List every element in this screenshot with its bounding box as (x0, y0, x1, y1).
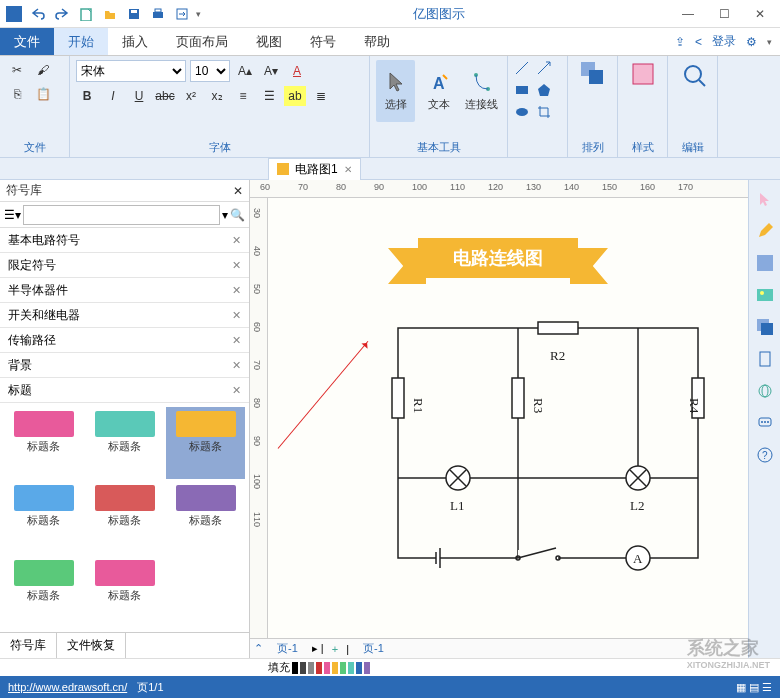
tool-text[interactable]: A 文本 (419, 60, 458, 122)
library-menu-icon[interactable]: ☰▾ (4, 208, 21, 222)
shape-item[interactable]: 标题条 (4, 481, 83, 553)
color-swatch[interactable] (300, 662, 306, 674)
shape-item[interactable]: 标题条 (166, 407, 245, 479)
style-icon[interactable] (629, 60, 657, 88)
circuit-diagram[interactable] (388, 318, 708, 578)
footer-tab-library[interactable]: 符号库 (0, 633, 57, 658)
category-item[interactable]: 背景✕ (0, 353, 249, 378)
settings-icon[interactable]: ⚙ (746, 35, 757, 49)
subscript-button[interactable]: x₂ (206, 86, 228, 106)
bold-button[interactable]: B (76, 86, 98, 106)
rb-fill-icon[interactable] (754, 252, 776, 274)
new-button[interactable] (76, 4, 96, 24)
format-painter-button[interactable]: 🖌 (32, 60, 54, 80)
rb-image-icon[interactable] (754, 284, 776, 306)
category-item[interactable]: 基本电路符号✕ (0, 228, 249, 253)
rb-help-icon[interactable]: ? (754, 444, 776, 466)
pentagon-shape-icon[interactable] (536, 82, 554, 100)
rb-page-icon[interactable] (754, 348, 776, 370)
ellipse-shape-icon[interactable] (514, 104, 532, 122)
italic-button[interactable]: I (102, 86, 124, 106)
line-spacing-button[interactable]: ≡ (232, 86, 254, 106)
shape-item[interactable]: 标题条 (4, 407, 83, 479)
footer-tab-recover[interactable]: 文件恢复 (57, 633, 126, 658)
rb-pencil-icon[interactable] (754, 220, 776, 242)
color-swatch[interactable] (364, 662, 370, 674)
page-tab[interactable]: 页-1 (271, 641, 304, 656)
rb-cursor-icon[interactable] (754, 188, 776, 210)
category-item[interactable]: 传输路径✕ (0, 328, 249, 353)
tab-home[interactable]: 开始 (54, 28, 108, 55)
login-link[interactable]: 登录 (712, 33, 736, 50)
color-swatch[interactable] (292, 662, 298, 674)
bullet-list-button[interactable]: ☰ (258, 86, 280, 106)
font-size-select[interactable]: 10 (190, 60, 230, 82)
export-button[interactable] (172, 4, 192, 24)
shrink-font-button[interactable]: A▾ (260, 61, 282, 81)
tab-symbol[interactable]: 符号 (296, 28, 350, 55)
category-close-icon[interactable]: ✕ (232, 284, 241, 297)
category-close-icon[interactable]: ✕ (232, 234, 241, 247)
chevron-down-icon[interactable]: ▾ (767, 37, 772, 47)
status-view-icons[interactable]: ▦ ▤ ☰ (736, 681, 772, 694)
category-close-icon[interactable]: ✕ (232, 309, 241, 322)
print-button[interactable] (148, 4, 168, 24)
color-swatch[interactable] (356, 662, 362, 674)
rect-shape-icon[interactable] (514, 82, 532, 100)
maximize-button[interactable]: ☐ (712, 2, 736, 26)
category-close-icon[interactable]: ✕ (232, 384, 241, 397)
color-swatch[interactable] (324, 662, 330, 674)
minimize-button[interactable]: — (676, 2, 700, 26)
copy-button[interactable]: ⎘ (6, 84, 28, 104)
paste-button[interactable]: 📋 (32, 84, 54, 104)
color-swatch[interactable] (308, 662, 314, 674)
status-url[interactable]: http://www.edrawsoft.cn/ (8, 681, 127, 693)
category-close-icon[interactable]: ✕ (232, 359, 241, 372)
search-icon[interactable]: 🔍 (230, 208, 245, 222)
color-swatch[interactable] (348, 662, 354, 674)
grow-font-button[interactable]: A▴ (234, 61, 256, 81)
crop-shape-icon[interactable] (536, 104, 554, 122)
shape-item[interactable]: 标题条 (85, 407, 164, 479)
close-button[interactable]: ✕ (748, 2, 772, 26)
line-shape-icon[interactable] (514, 60, 532, 78)
arrange-icon[interactable] (579, 60, 607, 88)
align-button[interactable]: ≣ (310, 86, 332, 106)
category-item[interactable]: 开关和继电器✕ (0, 303, 249, 328)
category-item[interactable]: 标题✕ (0, 378, 249, 403)
tool-connector[interactable]: 连接线 (462, 60, 501, 122)
page-tab-2[interactable]: 页-1 (357, 641, 390, 656)
rb-layers-icon[interactable] (754, 316, 776, 338)
share-icon[interactable]: < (695, 35, 702, 49)
shape-item[interactable]: 标题条 (166, 481, 245, 553)
underline-button[interactable]: U (128, 86, 150, 106)
tab-view[interactable]: 视图 (242, 28, 296, 55)
category-close-icon[interactable]: ✕ (232, 259, 241, 272)
category-item[interactable]: 限定符号✕ (0, 253, 249, 278)
tab-file[interactable]: 文件 (0, 28, 54, 55)
page-nav-first-icon[interactable]: ⌃ (254, 642, 263, 655)
rb-world-icon[interactable] (754, 380, 776, 402)
tab-help[interactable]: 帮助 (350, 28, 404, 55)
highlight-button[interactable]: ab (284, 86, 306, 106)
save-button[interactable] (124, 4, 144, 24)
font-name-select[interactable]: 宋体 (76, 60, 186, 82)
title-banner[interactable]: 电路连线图 (388, 238, 608, 284)
shape-item[interactable]: 标题条 (85, 556, 164, 628)
category-close-icon[interactable]: ✕ (232, 334, 241, 347)
superscript-button[interactable]: x² (180, 86, 202, 106)
strike-button[interactable]: abc (154, 86, 176, 106)
color-swatch[interactable] (332, 662, 338, 674)
share-out-icon[interactable]: ⇪ (675, 35, 685, 49)
cut-button[interactable]: ✂ (6, 60, 28, 80)
open-button[interactable] (100, 4, 120, 24)
shape-item[interactable]: 标题条 (4, 556, 83, 628)
search-input[interactable] (23, 205, 220, 225)
edit-icon[interactable] (679, 60, 707, 88)
canvas[interactable]: 电路连线图 (268, 198, 748, 638)
panel-close-icon[interactable]: ✕ (233, 184, 243, 198)
tool-select[interactable]: 选择 (376, 60, 415, 122)
search-dropdown-icon[interactable]: ▾ (222, 208, 228, 222)
shape-item[interactable]: 标题条 (85, 481, 164, 553)
close-tab-icon[interactable]: ✕ (344, 164, 352, 175)
